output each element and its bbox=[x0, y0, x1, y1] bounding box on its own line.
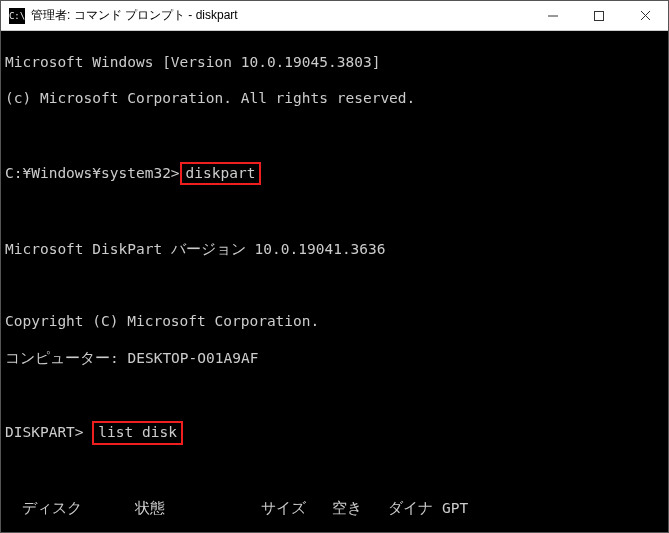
diskpart-version: Microsoft DiskPart バージョン 10.0.19041.3636 bbox=[5, 240, 662, 258]
terminal-output[interactable]: Microsoft Windows [Version 10.0.19045.38… bbox=[1, 31, 668, 532]
blank bbox=[5, 276, 662, 294]
window-title: 管理者: コマンド プロンプト - diskpart bbox=[31, 7, 530, 24]
version-line: Microsoft Windows [Version 10.0.19045.38… bbox=[5, 53, 662, 71]
close-button[interactable] bbox=[622, 1, 668, 30]
cmd-icon: C:\ bbox=[9, 8, 25, 24]
blank bbox=[5, 204, 662, 222]
blank bbox=[5, 126, 662, 144]
svg-rect-1 bbox=[595, 11, 604, 20]
window-titlebar: C:\ 管理者: コマンド プロンプト - diskpart bbox=[1, 1, 668, 31]
table-header-1: ディスク 状態 サイズ 空き ダイナ GPT bbox=[5, 499, 662, 517]
maximize-button[interactable] bbox=[576, 1, 622, 30]
prompt-line-2: DISKPART> list disk bbox=[5, 421, 662, 445]
cmd-list-disk: list disk bbox=[92, 421, 183, 445]
window-controls bbox=[530, 1, 668, 30]
diskpart-copyright: Copyright (C) Microsoft Corporation. bbox=[5, 312, 662, 330]
minimize-button[interactable] bbox=[530, 1, 576, 30]
computer-name: コンピューター: DESKTOP-O01A9AF bbox=[5, 349, 662, 367]
blank bbox=[5, 385, 662, 403]
cmd-diskpart: diskpart bbox=[180, 162, 262, 186]
blank bbox=[5, 463, 662, 481]
copyright-line: (c) Microsoft Corporation. All rights re… bbox=[5, 89, 662, 107]
prompt-line-1: C:¥Windows¥system32>diskpart bbox=[5, 162, 662, 186]
